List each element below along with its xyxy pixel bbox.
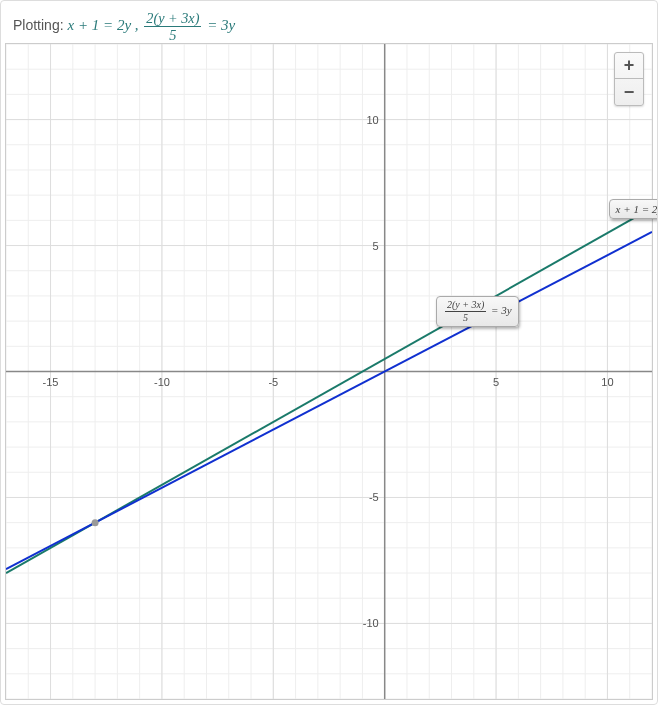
svg-text:-10: -10 (363, 617, 379, 629)
title-prefix: Plotting: (13, 17, 67, 33)
plot-title: Plotting: x + 1 = 2y , 2(y + 3x) 5 = 3y (1, 1, 657, 49)
series-label-1[interactable]: x + 1 = 2y (609, 199, 658, 219)
zoom-in-button[interactable]: + (615, 53, 643, 79)
svg-line-78 (6, 232, 652, 569)
zoom-out-button[interactable]: − (615, 79, 643, 105)
svg-text:-5: -5 (369, 491, 379, 503)
svg-text:-10: -10 (154, 376, 170, 388)
svg-text:10: 10 (366, 114, 378, 126)
svg-text:5: 5 (373, 240, 379, 252)
plot-container: Plotting: x + 1 = 2y , 2(y + 3x) 5 = 3y … (0, 0, 658, 705)
title-eq2: 2(y + 3x) 5 = 3y (142, 17, 235, 33)
svg-text:10: 10 (601, 376, 613, 388)
title-eq1: x + 1 = 2y (67, 17, 134, 33)
plot-canvas[interactable]: -15-10-5510-10-5510 (6, 44, 652, 699)
svg-text:-5: -5 (268, 376, 278, 388)
svg-text:-15: -15 (43, 376, 59, 388)
svg-point-79 (92, 519, 99, 526)
plot-area[interactable]: -15-10-5510-10-5510 + − x + 1 = 2y 2(y +… (5, 43, 653, 700)
series-label-2[interactable]: 2(y + 3x) 5 = 3y (436, 296, 519, 327)
zoom-controls: + − (614, 52, 644, 106)
svg-text:5: 5 (493, 376, 499, 388)
